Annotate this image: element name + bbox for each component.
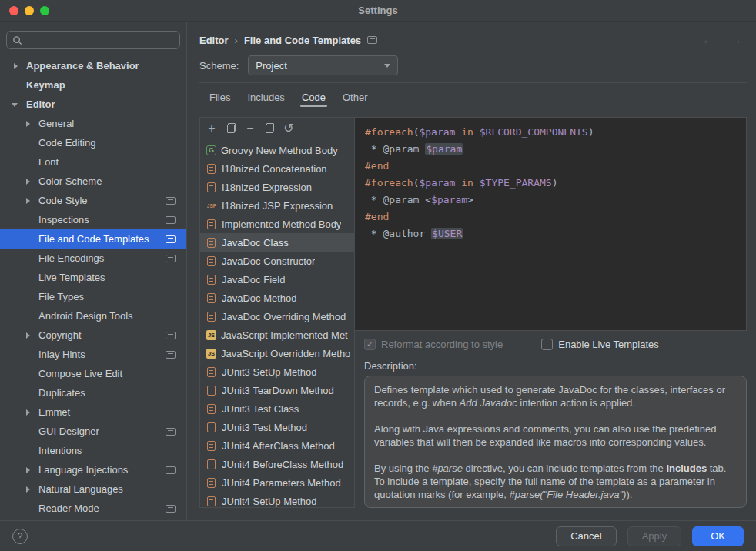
chevron-right-icon[interactable] xyxy=(22,175,34,188)
template-icon xyxy=(207,441,216,451)
remove-template-icon: − xyxy=(246,122,253,135)
template-list-item[interactable]: Implemented Method Body xyxy=(200,215,354,233)
chevron-right-icon[interactable] xyxy=(22,464,34,476)
template-name: JavaDoc Class xyxy=(222,237,289,249)
template-list-item[interactable]: JUnit4 SetUp Method xyxy=(200,492,354,507)
template-icon xyxy=(207,182,216,192)
tab-other[interactable]: Other xyxy=(334,83,376,111)
template-list-item[interactable]: JSPI18nized JSP Expression xyxy=(200,196,354,215)
template-editor[interactable]: #foreach($param in $RECORD_COMPONENTS) *… xyxy=(355,117,747,331)
reformat-checkbox[interactable] xyxy=(364,339,376,350)
sidebar-item-general[interactable]: General xyxy=(0,114,186,133)
sidebar-item-code-editing[interactable]: Code Editing xyxy=(0,133,186,152)
template-list-item[interactable]: JUnit4 AfterClass Method xyxy=(200,436,354,455)
sidebar-item-label: Duplicates xyxy=(38,387,85,399)
forward-icon[interactable]: → xyxy=(725,33,747,47)
sidebar-item-label: File and Code Templates xyxy=(38,233,149,245)
sidebar-item-file-types[interactable]: File Types xyxy=(0,287,186,306)
back-icon[interactable]: ← xyxy=(697,33,719,47)
sidebar-item-inlay-hints[interactable]: Inlay Hints xyxy=(0,345,186,364)
ok-button[interactable]: OK xyxy=(692,526,744,546)
template-list-item[interactable]: JSJavaScript Implemented Met xyxy=(200,326,354,344)
sidebar-item-reader-mode[interactable]: Reader Mode xyxy=(0,499,186,518)
chevron-placeholder xyxy=(22,426,34,438)
tab-code[interactable]: Code xyxy=(293,83,334,111)
chevron-right-icon[interactable] xyxy=(22,329,34,342)
sidebar-item-color-scheme[interactable]: Color Scheme xyxy=(0,172,186,191)
add-template-button[interactable]: + xyxy=(202,120,221,137)
sidebar-item-language-injections[interactable]: Language Injections xyxy=(0,460,186,479)
sidebar-item-label: Natural Languages xyxy=(38,483,123,495)
chevron-right-icon[interactable] xyxy=(22,483,34,496)
sidebar-item-keymap[interactable]: Keymap xyxy=(0,75,186,95)
sidebar-item-intentions[interactable]: Intentions xyxy=(0,441,186,460)
chevron-placeholder xyxy=(22,156,34,169)
description-paragraph: Defines template which used to generate … xyxy=(374,383,737,409)
template-list-item[interactable]: GGroovy New Method Body xyxy=(200,141,354,159)
add-template-icon: + xyxy=(208,122,215,135)
template-icon xyxy=(207,367,216,377)
sidebar-item-gui-designer[interactable]: GUI Designer xyxy=(0,422,186,441)
template-list-item[interactable]: I18nized Concatenation xyxy=(200,159,354,178)
code-line: #end xyxy=(365,209,736,225)
cancel-button[interactable]: Cancel xyxy=(556,526,616,546)
sidebar-item-label: Font xyxy=(38,156,59,168)
duplicate-template-button[interactable] xyxy=(260,120,279,137)
chevron-right-icon[interactable] xyxy=(9,60,22,72)
sidebar-item-compose-live-edit[interactable]: Compose Live Edit xyxy=(0,364,186,383)
tab-files[interactable]: Files xyxy=(201,83,239,111)
scheme-value: Project xyxy=(256,60,286,72)
sidebar-item-live-templates[interactable]: Live Templates xyxy=(0,268,186,287)
tabs: FilesIncludesCodeOther xyxy=(199,83,747,111)
template-list-item[interactable]: JavaDoc Constructor xyxy=(200,252,354,270)
sidebar-item-label: Appearance & Behavior xyxy=(26,60,139,72)
sidebar-item-inspections[interactable]: Inspections xyxy=(0,210,186,229)
description-label: Description: xyxy=(364,360,747,372)
template-list-item[interactable]: JUnit4 Parameters Method xyxy=(200,473,354,492)
template-list-item[interactable]: JavaDoc Field xyxy=(200,270,354,289)
template-icon xyxy=(207,496,216,506)
template-icon xyxy=(207,404,216,414)
scheme-select[interactable]: Project xyxy=(248,55,398,75)
template-list-item[interactable]: I18nized Expression xyxy=(200,178,354,196)
template-list-item[interactable]: JUnit3 Test Method xyxy=(200,418,354,436)
live-templates-checkbox[interactable] xyxy=(541,339,553,350)
chevron-right-icon[interactable] xyxy=(22,118,34,130)
template-list-item[interactable]: JavaDoc Class xyxy=(200,233,354,252)
template-list-item[interactable]: JUnit4 BeforeClass Method xyxy=(200,455,354,473)
sidebar-item-emmet[interactable]: Emmet xyxy=(0,402,186,422)
help-button[interactable]: ? xyxy=(12,529,28,544)
template-list-item[interactable]: JUnit3 Test Class xyxy=(200,399,354,418)
template-list-item[interactable]: JavaDoc Method xyxy=(200,289,354,307)
sidebar-item-label: Editor xyxy=(26,99,55,110)
template-list-item[interactable]: JSJavaScript Overridden Metho xyxy=(200,344,354,362)
chevron-right-icon[interactable] xyxy=(22,195,34,207)
description-panel[interactable]: Defines template which used to generate … xyxy=(364,376,747,508)
settings-search[interactable] xyxy=(6,31,180,49)
chevron-right-icon[interactable] xyxy=(22,406,34,419)
reset-templates-button[interactable]: ↺ xyxy=(279,120,298,137)
sidebar-item-copyright[interactable]: Copyright xyxy=(0,326,186,345)
duplicate-template-icon xyxy=(265,123,275,133)
sidebar-item-appearance-behavior[interactable]: Appearance & Behavior xyxy=(0,56,186,75)
sidebar-item-natural-languages[interactable]: Natural Languages xyxy=(0,479,186,499)
template-list-item[interactable]: JUnit3 TearDown Method xyxy=(200,381,354,399)
apply-button[interactable]: Apply xyxy=(627,526,682,546)
sidebar-item-duplicates[interactable]: Duplicates xyxy=(0,383,186,402)
remove-template-button[interactable]: − xyxy=(241,120,259,137)
sidebar-item-font[interactable]: Font xyxy=(0,152,186,172)
sidebar-item-label: Android Design Tools xyxy=(38,310,133,322)
sidebar-item-android-design-tools[interactable]: Android Design Tools xyxy=(0,306,186,326)
tab-includes[interactable]: Includes xyxy=(239,83,293,111)
sidebar-item-file-encodings[interactable]: File Encodings xyxy=(0,249,186,268)
chevron-down-icon[interactable] xyxy=(9,99,22,111)
create-child-template-button[interactable] xyxy=(222,120,240,137)
search-input[interactable] xyxy=(26,35,174,46)
sidebar: Appearance & BehaviorKeymapEditorGeneral… xyxy=(0,22,187,520)
template-list-item[interactable]: JUnit3 SetUp Method xyxy=(200,362,354,381)
sidebar-item-code-style[interactable]: Code Style xyxy=(0,191,186,210)
sidebar-item-editor[interactable]: Editor xyxy=(0,95,186,114)
sidebar-item-file-and-code-templates[interactable]: File and Code Templates xyxy=(0,229,186,249)
template-list-item[interactable]: JavaDoc Overriding Method xyxy=(200,307,354,326)
breadcrumb-section[interactable]: Editor xyxy=(199,35,229,46)
